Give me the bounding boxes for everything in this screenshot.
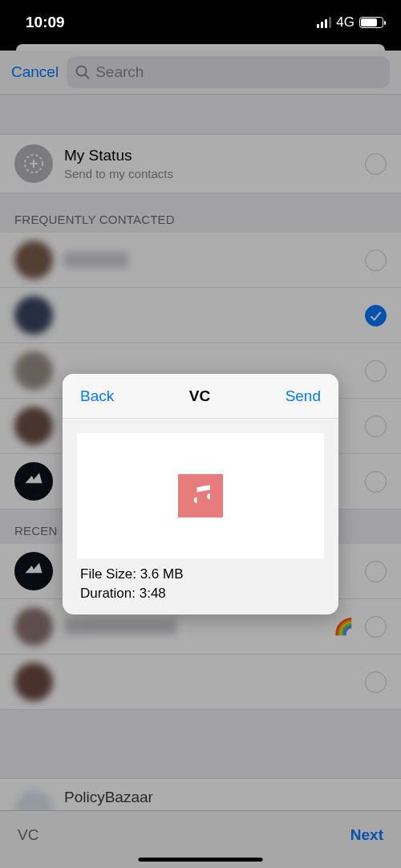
selected-label: VC: [18, 826, 38, 844]
contact-row[interactable]: [0, 655, 401, 710]
my-status-row[interactable]: My Status Send to my contacts: [0, 135, 401, 193]
home-indicator: [139, 858, 263, 862]
battery-icon: [359, 17, 383, 28]
avatar: [14, 351, 53, 390]
share-header: Cancel Search: [0, 51, 401, 95]
contact-name-redacted: [64, 619, 176, 635]
network-label: 4G: [336, 14, 354, 30]
policybazaar-title: PolicyBazaar: [64, 789, 153, 806]
file-size-label: File Size:: [80, 566, 140, 582]
preview-area: [77, 433, 324, 558]
search-icon: [75, 64, 91, 80]
avatar: [14, 663, 53, 701]
duration-value: 3:48: [140, 586, 166, 601]
contact-radio[interactable]: [365, 561, 387, 582]
avatar: [14, 790, 53, 811]
search-input[interactable]: Search: [67, 56, 390, 88]
modal-header: Back VC Send: [63, 374, 338, 419]
section-frequent: FREQUENTLY CONTACTED: [0, 193, 401, 233]
send-button[interactable]: Send: [286, 387, 321, 405]
my-status-title: My Status: [64, 147, 354, 164]
app-screen: Cancel Search My Status Send to my conta…: [0, 44, 401, 868]
file-size-value: 3.6 MB: [140, 566, 184, 582]
contact-radio[interactable]: [365, 471, 387, 493]
contact-radio[interactable]: [365, 360, 387, 382]
clock: 10:09: [26, 14, 65, 31]
contact-radio[interactable]: [365, 616, 387, 638]
avatar: [14, 296, 53, 335]
contact-radio[interactable]: [365, 671, 387, 693]
contact-radio-checked[interactable]: [365, 305, 387, 327]
cancel-button[interactable]: Cancel: [11, 63, 59, 81]
music-icon: [178, 474, 223, 517]
status-right: 4G: [317, 14, 383, 30]
contact-row-cut[interactable]: PolicyBazaar: [0, 778, 401, 810]
file-meta: File Size: 3.6 MB Duration: 3:48: [63, 565, 338, 614]
avatar: [14, 241, 53, 279]
avatar: [14, 607, 53, 646]
status-ring-icon: [22, 152, 46, 176]
rainbow-emoji: 🌈: [334, 617, 354, 636]
file-preview-modal: Back VC Send File Size: 3.6 MB Duration:…: [63, 374, 338, 614]
my-status-radio[interactable]: [365, 153, 387, 175]
contact-name-redacted: [64, 252, 128, 268]
contact-row[interactable]: [0, 288, 401, 343]
contact-radio[interactable]: [365, 249, 387, 271]
back-button[interactable]: Back: [80, 387, 114, 405]
signal-icon: [317, 17, 332, 28]
avatar: [14, 407, 53, 445]
next-button[interactable]: Next: [350, 826, 383, 844]
avatar: [14, 552, 53, 590]
duration-label: Duration:: [80, 586, 140, 601]
search-placeholder: Search: [95, 63, 144, 81]
svg-line-1: [85, 75, 89, 79]
status-avatar: [14, 144, 53, 183]
contact-radio[interactable]: [365, 416, 387, 437]
svg-point-0: [77, 67, 87, 76]
modal-title: VC: [189, 387, 210, 405]
my-status-subtitle: Send to my contacts: [64, 167, 354, 180]
status-bar: 10:09 4G: [0, 0, 401, 44]
contact-row[interactable]: [0, 233, 401, 288]
avatar: [14, 462, 53, 501]
